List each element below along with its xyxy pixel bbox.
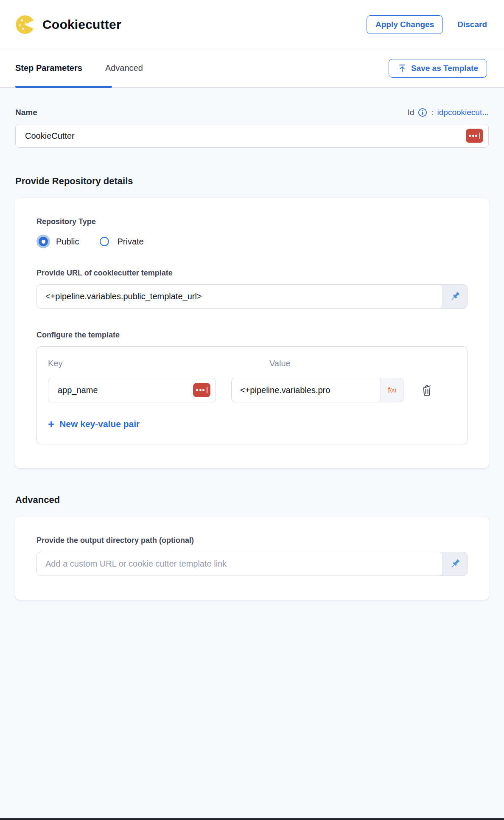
radio-public[interactable]: Public xyxy=(36,235,79,248)
repository-details-card: Repository Type Public Private Provide U… xyxy=(15,198,489,468)
radio-private-label: Private xyxy=(117,237,143,247)
output-directory-label: Provide the output directory path (optio… xyxy=(36,536,468,545)
radio-unselected-icon xyxy=(100,237,109,246)
delete-row-button[interactable] xyxy=(420,383,433,397)
id-label: Id xyxy=(407,108,414,117)
template-url-input-group xyxy=(36,284,468,309)
radio-selected-icon xyxy=(39,237,48,246)
key-input[interactable] xyxy=(48,378,216,402)
key-value-row: f(x) xyxy=(48,378,456,402)
template-url-field-wrap xyxy=(37,285,443,308)
upload-icon xyxy=(398,64,407,73)
apply-changes-button[interactable]: Apply Changes xyxy=(367,15,443,34)
discard-label: Discard xyxy=(457,20,487,29)
active-tab-indicator xyxy=(15,86,112,88)
fixed-input-type-icon[interactable] xyxy=(193,383,210,397)
id-value-link[interactable]: idpcookiecut... xyxy=(437,108,489,117)
value-input-group: f(x) xyxy=(231,378,403,402)
name-field-label: Name xyxy=(15,108,37,117)
fixed-input-type-icon[interactable] xyxy=(466,129,483,143)
tab-advanced[interactable]: Advanced xyxy=(105,63,143,73)
name-input[interactable] xyxy=(15,124,489,148)
value-field-wrap xyxy=(232,378,381,402)
repository-details-heading: Provide Repository details xyxy=(15,176,489,187)
output-directory-input-group xyxy=(36,552,468,576)
template-url-label: Provide URL of cookiecutter template xyxy=(36,269,468,278)
advanced-card: Provide the output directory path (optio… xyxy=(15,517,489,600)
key-value-table: Key Value f(x) xyxy=(36,346,468,444)
page-title: Cookiecutter xyxy=(42,17,121,32)
radio-public-label: Public xyxy=(56,237,79,247)
save-as-template-button[interactable]: Save as Template xyxy=(389,59,487,78)
output-directory-field-wrap xyxy=(37,552,443,576)
value-input[interactable] xyxy=(240,385,372,395)
value-column-header: Value xyxy=(231,359,403,368)
step-tabs-bar: Step Parameters Advanced Save as Templat… xyxy=(0,49,504,87)
screen-bottom-edge xyxy=(0,818,504,820)
plus-icon: + xyxy=(48,418,54,430)
apply-changes-label: Apply Changes xyxy=(375,20,434,29)
key-column-header: Key xyxy=(48,359,216,368)
save-as-template-label: Save as Template xyxy=(411,64,478,73)
step-parameters-panel: Name Id : idpcookiecut... Provide Reposi… xyxy=(0,108,504,600)
trash-icon xyxy=(420,383,433,397)
radio-private[interactable]: Private xyxy=(98,235,143,248)
expression-fx-icon[interactable]: f(x) xyxy=(381,378,403,402)
tab-step-parameters[interactable]: Step Parameters xyxy=(15,63,82,73)
step-config-header: Cookiecutter Apply Changes Discard xyxy=(0,0,504,49)
repository-type-label: Repository Type xyxy=(36,217,468,226)
discard-button[interactable]: Discard xyxy=(457,20,487,29)
pin-icon[interactable] xyxy=(443,285,467,308)
add-key-value-button[interactable]: + New key-value pair xyxy=(48,418,456,430)
add-key-value-label: New key-value pair xyxy=(59,419,140,429)
repository-type-radio-group: Public Private xyxy=(36,235,468,248)
id-info-icon[interactable] xyxy=(418,108,427,117)
pin-icon[interactable] xyxy=(443,552,467,576)
id-colon: : xyxy=(431,108,433,117)
cookiecutter-logo-icon xyxy=(15,15,35,34)
advanced-heading: Advanced xyxy=(15,494,489,505)
template-url-input[interactable] xyxy=(45,292,434,301)
fx-sub: (x) xyxy=(390,387,396,393)
key-input-wrap xyxy=(48,378,216,402)
output-directory-input[interactable] xyxy=(45,559,434,569)
configure-template-label: Configure the template xyxy=(36,331,468,340)
